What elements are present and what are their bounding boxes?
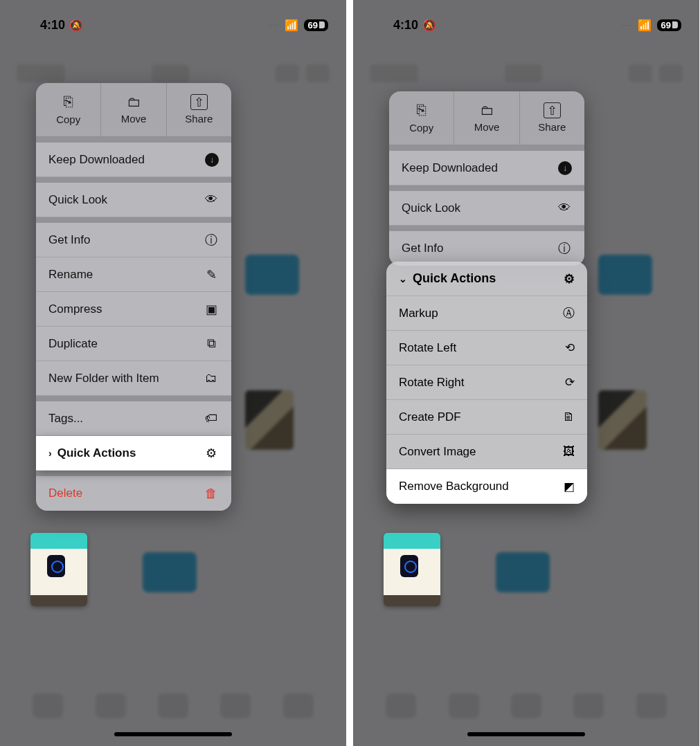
gear-icon (204, 446, 219, 461)
info-icon (557, 240, 572, 257)
duplicate-item[interactable]: Duplicate (36, 327, 231, 361)
folder-plus-icon (204, 371, 219, 385)
pdf-icon (563, 410, 575, 424)
remove-bg-icon (564, 480, 575, 494)
get-info-item[interactable]: Get Info (36, 223, 231, 257)
share-icon (544, 103, 561, 117)
keep-downloaded-item[interactable]: Keep Downloaded ↓ (389, 151, 584, 185)
cellular-dots-icon: ···· (621, 21, 631, 29)
gear-icon (564, 271, 575, 286)
convert-image-item[interactable]: Convert Image (386, 435, 587, 469)
context-menu-dimmed: Copy Move Share Keep Downloaded ↓ Quick … (389, 91, 584, 266)
cellular-dots-icon: ···· (268, 21, 278, 29)
move-button[interactable]: Move (101, 83, 166, 136)
download-icon: ↓ (205, 153, 219, 167)
rotate-right-icon (565, 375, 575, 390)
copy-button[interactable]: Copy (389, 91, 454, 145)
eye-icon (204, 192, 219, 207)
wifi-icon: 📶 (285, 19, 298, 32)
folder-icon (127, 95, 141, 109)
home-indicator (467, 732, 585, 736)
bg-photo-thumb (598, 390, 647, 450)
bg-folder-icon (496, 552, 550, 592)
duplicate-icon (204, 336, 219, 351)
chevron-down-icon: ⌄ (399, 273, 407, 284)
eye-icon (557, 201, 572, 215)
markup-icon (563, 305, 575, 321)
copy-label: Copy (409, 122, 433, 134)
new-folder-with-item[interactable]: New Folder with Item (36, 361, 231, 396)
home-indicator (114, 732, 232, 736)
share-label: Share (185, 113, 213, 125)
silent-mode-icon: 🔕 (69, 19, 83, 32)
left-screenshot: 4:10 🔕 ···· 📶 69 Copy Move Share (0, 0, 346, 746)
share-label: Share (538, 121, 566, 133)
context-menu: Copy Move Share Keep Downloaded ↓ Quick … (36, 83, 231, 511)
right-screenshot: 4:10 🔕 ···· 📶 69 Copy Move Share (353, 0, 699, 746)
blurred-toolbar (370, 64, 683, 83)
bg-photo-thumb (245, 390, 294, 450)
archive-icon (204, 302, 219, 317)
status-time: 4:10 (40, 18, 65, 33)
quick-actions-header[interactable]: ⌄ Quick Actions (386, 262, 587, 296)
move-button[interactable]: Move (454, 91, 519, 145)
quick-actions-item[interactable]: › Quick Actions (36, 436, 231, 471)
delete-item[interactable]: Delete (36, 476, 231, 511)
move-label: Move (121, 113, 147, 125)
folder-icon (480, 103, 494, 117)
bg-folder-icon (598, 255, 652, 295)
selected-file-thumbnail[interactable] (384, 533, 440, 606)
info-icon (204, 232, 219, 248)
selected-file-thumbnail[interactable] (30, 533, 87, 606)
pencil-icon (204, 267, 219, 282)
trash-icon (204, 486, 219, 501)
chevron-right-icon: › (48, 448, 52, 459)
status-bar: 4:10 🔕 ···· 📶 69 (353, 17, 699, 33)
create-pdf-item[interactable]: Create PDF (386, 400, 587, 435)
share-button[interactable]: Share (520, 91, 584, 145)
tag-icon (204, 411, 219, 426)
wifi-icon: 📶 (638, 19, 652, 32)
silent-mode-icon: 🔕 (422, 19, 436, 32)
quick-actions-submenu: ⌄ Quick Actions Markup Rotate Left Rotat… (386, 262, 587, 504)
share-icon (190, 95, 208, 109)
markup-item[interactable]: Markup (386, 296, 587, 331)
copy-icon (64, 94, 73, 109)
share-button[interactable]: Share (167, 83, 231, 136)
copy-button[interactable]: Copy (36, 83, 101, 136)
move-label: Move (474, 121, 500, 133)
battery-indicator: 69 (657, 19, 681, 31)
quick-look-item[interactable]: Quick Look (389, 191, 584, 226)
rotate-right-item[interactable]: Rotate Right (386, 365, 587, 400)
image-icon (563, 445, 575, 459)
battery-indicator: 69 (304, 19, 328, 31)
compress-item[interactable]: Compress (36, 292, 231, 327)
keep-downloaded-item[interactable]: Keep Downloaded ↓ (36, 143, 231, 177)
rotate-left-icon (565, 340, 575, 355)
blurred-tab-bar (17, 688, 330, 724)
bg-folder-icon (143, 552, 197, 592)
status-bar: 4:10 🔕 ···· 📶 69 (0, 17, 346, 33)
copy-label: Copy (56, 113, 80, 125)
remove-background-item[interactable]: Remove Background (386, 469, 587, 504)
copy-icon (417, 102, 426, 118)
tags-item[interactable]: Tags... (36, 401, 231, 436)
quick-look-item[interactable]: Quick Look (36, 183, 231, 217)
blurred-tab-bar (370, 688, 683, 724)
blurred-toolbar (17, 64, 330, 83)
rename-item[interactable]: Rename (36, 257, 231, 292)
bg-folder-icon (245, 255, 299, 295)
rotate-left-item[interactable]: Rotate Left (386, 331, 587, 365)
get-info-item[interactable]: Get Info (389, 231, 584, 266)
download-icon: ↓ (558, 161, 572, 175)
status-time: 4:10 (393, 18, 418, 33)
